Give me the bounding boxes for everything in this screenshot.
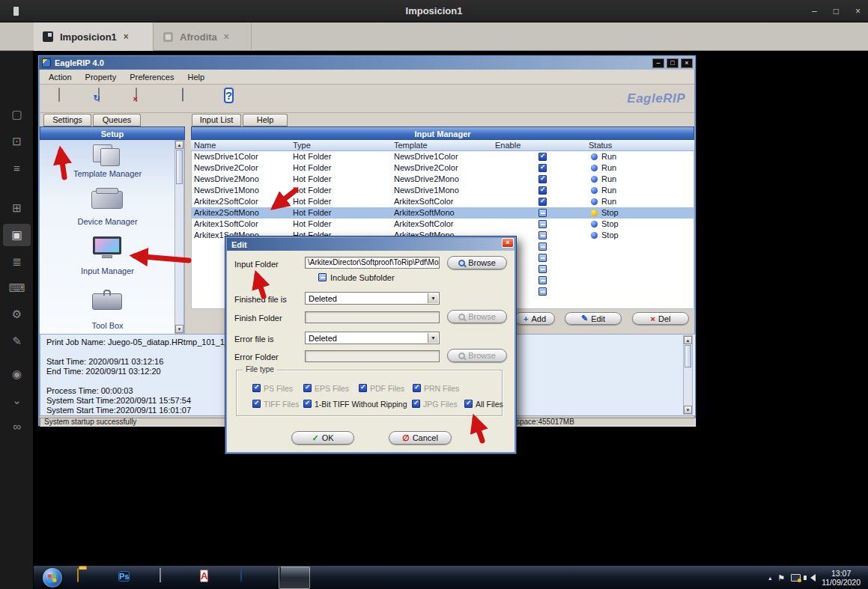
minimize-icon[interactable]: – bbox=[812, 6, 817, 16]
link-icon[interactable]: ∞ bbox=[0, 415, 34, 438]
chevron-down-icon[interactable]: ▼ bbox=[428, 333, 438, 343]
start-button[interactable] bbox=[43, 568, 62, 588]
region-select-icon[interactable]: ▢ bbox=[0, 103, 34, 126]
enable-checkbox[interactable] bbox=[538, 175, 547, 183]
browse-input-folder-button[interactable]: Browse bbox=[447, 256, 507, 269]
maximize-icon[interactable]: □ bbox=[834, 6, 839, 16]
filetype-tiff-checkbox[interactable] bbox=[252, 400, 261, 408]
menu-action[interactable]: Action bbox=[49, 73, 72, 82]
log-scrollbar[interactable]: ▲ ▼ bbox=[683, 335, 693, 415]
filetype-all-checkbox[interactable] bbox=[464, 400, 473, 408]
sidebar-item-device-manager[interactable]: Device Manager bbox=[40, 217, 175, 226]
template-manager-icon[interactable] bbox=[90, 143, 124, 167]
ok-button[interactable]: ✓ OK bbox=[291, 431, 354, 445]
finished-file-dropdown[interactable]: Deleted ▼ bbox=[305, 292, 440, 305]
enable-checkbox[interactable] bbox=[538, 198, 547, 206]
screenshot-icon[interactable]: ▣ bbox=[3, 224, 31, 246]
device-manager-icon[interactable] bbox=[90, 188, 124, 212]
maximize-icon[interactable]: □ bbox=[667, 58, 679, 68]
filetype-jpg-checkbox[interactable] bbox=[412, 400, 420, 408]
camera-icon[interactable]: ◉ bbox=[0, 363, 34, 385]
tool-box-icon[interactable] bbox=[90, 287, 124, 311]
col-template[interactable]: Template bbox=[394, 141, 428, 150]
tab-help[interactable]: Help bbox=[243, 114, 288, 126]
display-tray-icon[interactable] bbox=[791, 574, 801, 582]
close-icon[interactable]: × bbox=[681, 58, 693, 68]
tab-queues[interactable]: Queues bbox=[93, 114, 141, 126]
close-icon[interactable]: × bbox=[855, 6, 861, 16]
photoshop-icon[interactable]: Ps bbox=[118, 569, 138, 587]
refresh-input-icon[interactable]: ↻ bbox=[98, 88, 118, 109]
filetype-ps-checkbox[interactable] bbox=[252, 384, 261, 392]
edit-button[interactable]: ✎ Edit bbox=[565, 312, 622, 325]
table-row[interactable]: Arkitex1SoftColor Hot Folder ArkitexSoft… bbox=[191, 219, 694, 230]
filetype-eps-checkbox[interactable] bbox=[303, 384, 312, 392]
edit-dialog-titlebar[interactable]: Edit bbox=[227, 238, 515, 251]
active-app-eaglerip[interactable] bbox=[279, 567, 310, 589]
filetype-prn-checkbox[interactable] bbox=[413, 384, 421, 392]
keyboard-icon[interactable]: ⌨ bbox=[0, 277, 34, 299]
tab-close-icon[interactable]: × bbox=[224, 31, 229, 42]
chevron-down-icon[interactable]: ▼ bbox=[428, 293, 438, 303]
enable-checkbox[interactable] bbox=[538, 265, 547, 273]
filetype-1bit-checkbox[interactable] bbox=[303, 400, 312, 408]
table-row[interactable]: NewsDrive2Mono Hot Folder NewsDrive2Mono… bbox=[191, 174, 694, 185]
clock[interactable]: 13:07 11/09/2020 bbox=[822, 569, 865, 587]
tab-close-icon[interactable]: × bbox=[124, 31, 129, 42]
menu-preferences[interactable]: Preferences bbox=[130, 73, 174, 82]
input-folder-field[interactable]: \ArkitexDirector\Softproof\ToRip\Pdf\Mon… bbox=[305, 257, 440, 269]
enable-checkbox[interactable] bbox=[538, 220, 547, 228]
sidebar-item-tool-box[interactable]: Tool Box bbox=[40, 321, 175, 330]
window-grid-icon[interactable]: ⊞ bbox=[0, 197, 34, 219]
tray-expand-icon[interactable]: ▴ bbox=[768, 575, 771, 582]
tools-icon[interactable]: ✎ bbox=[0, 330, 34, 353]
panel-splitter[interactable] bbox=[185, 126, 191, 334]
menu-icon[interactable]: ≣ bbox=[0, 251, 34, 273]
sidebar-item-template-manager[interactable]: Template Manager bbox=[40, 169, 175, 178]
table-row[interactable]: NewsDrive1Mono Hot Folder NewsDrive1Mono… bbox=[191, 185, 694, 196]
start-input-icon[interactable] bbox=[58, 88, 78, 109]
tab-afrodita[interactable]: Afrodita × bbox=[154, 22, 252, 51]
enable-checkbox[interactable] bbox=[538, 186, 547, 195]
error-file-dropdown[interactable]: Deleted ▼ bbox=[305, 332, 440, 344]
col-name[interactable]: Name bbox=[194, 141, 216, 150]
acrobat-icon[interactable]: A bbox=[200, 569, 219, 587]
enable-checkbox[interactable] bbox=[538, 287, 547, 296]
browser-icon[interactable] bbox=[240, 569, 260, 587]
help-icon[interactable]: ? bbox=[224, 88, 243, 109]
table-row[interactable]: Arkitex2SoftColor Hot Folder ArkitexSoft… bbox=[191, 196, 694, 207]
minimize-icon[interactable]: – bbox=[652, 58, 664, 68]
document-icon[interactable] bbox=[182, 88, 201, 109]
enable-checkbox[interactable] bbox=[538, 209, 547, 217]
tab-input-list[interactable]: Input List bbox=[192, 114, 241, 126]
eaglerip-titlebar[interactable]: EagleRIP 4.0 – □ × bbox=[39, 56, 695, 70]
fullscreen-icon[interactable]: ⊡ bbox=[0, 130, 34, 153]
enable-checkbox[interactable] bbox=[538, 153, 547, 161]
enable-checkbox[interactable] bbox=[538, 242, 547, 251]
menu-help[interactable]: Help bbox=[187, 73, 204, 82]
table-row[interactable]: NewsDrive1Color Hot Folder NewsDrive1Col… bbox=[191, 151, 694, 162]
enable-checkbox[interactable] bbox=[538, 276, 547, 284]
file-explorer-icon[interactable] bbox=[77, 569, 97, 587]
list-icon[interactable]: ≡ bbox=[0, 157, 34, 180]
sidebar-item-input-manager[interactable]: Input Manager bbox=[40, 266, 175, 275]
cancel-button[interactable]: ∅ Cancel bbox=[389, 431, 452, 445]
enable-checkbox[interactable] bbox=[538, 231, 547, 239]
close-icon[interactable]: × bbox=[502, 238, 514, 248]
stop-input-icon[interactable]: × bbox=[136, 88, 155, 109]
menu-property[interactable]: Property bbox=[85, 73, 117, 82]
enable-checkbox[interactable] bbox=[538, 164, 547, 172]
action-center-icon[interactable]: ⚑ bbox=[777, 573, 785, 583]
input-manager-icon[interactable] bbox=[90, 235, 124, 259]
add-button[interactable]: + Add bbox=[515, 312, 555, 325]
filetype-pdf-checkbox[interactable] bbox=[359, 384, 367, 392]
table-row[interactable]: NewsDrive2Color Hot Folder NewsDrive2Col… bbox=[191, 162, 694, 174]
tab-settings[interactable]: Settings bbox=[43, 114, 91, 126]
chevron-down-icon[interactable]: ⌄ bbox=[0, 389, 34, 412]
col-type[interactable]: Type bbox=[293, 141, 311, 150]
tab-imposicion1[interactable]: Imposicion1 × bbox=[34, 22, 154, 51]
del-button[interactable]: × Del bbox=[632, 312, 689, 325]
include-subfolder-checkbox[interactable] bbox=[318, 273, 327, 281]
volume-icon[interactable] bbox=[807, 574, 816, 582]
setup-scrollbar[interactable]: ▲ ▼ bbox=[174, 140, 184, 334]
